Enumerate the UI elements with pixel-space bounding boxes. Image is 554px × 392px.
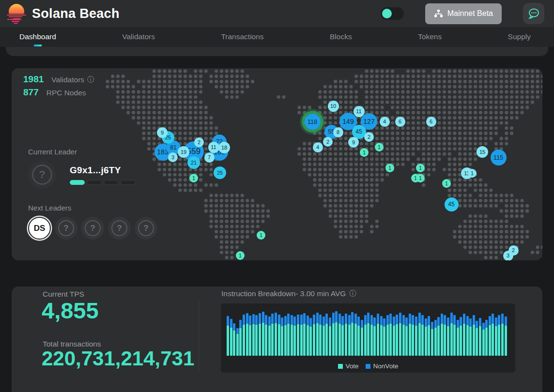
chart-bar — [482, 323, 485, 356]
legend-item-vote[interactable]: Vote — [338, 362, 359, 370]
chart-bar — [476, 321, 478, 356]
chart-bar — [405, 317, 408, 356]
map-node-bubble[interactable]: 1 — [189, 174, 198, 182]
chart-bar — [441, 314, 443, 356]
nav-item-transactions[interactable]: Transactions — [221, 32, 263, 42]
chart-title: Instruction Breakdown- 3.00 min AVG ⓘ — [221, 289, 356, 298]
map-node-bubble[interactable]: 7 — [204, 152, 215, 163]
network-icon — [434, 9, 443, 18]
map-node-bubble[interactable]: 6 — [395, 117, 405, 127]
tps-value: 4,855 — [42, 297, 99, 324]
map-node-bubble[interactable]: 9 — [348, 137, 359, 148]
nav-item-supply[interactable]: Supply — [508, 32, 531, 42]
chat-button[interactable] — [523, 3, 544, 24]
question-icon: ? — [58, 220, 74, 236]
network-select-button[interactable]: Mainnet Beta — [425, 3, 502, 24]
chart-bar — [265, 315, 267, 356]
next-leader-avatar-unknown[interactable]: ? — [55, 217, 77, 240]
map-node-bubble[interactable]: 25 — [214, 166, 226, 179]
map-node-bubble[interactable]: 11 — [354, 106, 365, 117]
map-node-bubble[interactable]: 115 — [491, 150, 507, 166]
chart-bar — [380, 316, 383, 356]
map-node-bubble[interactable]: 4 — [313, 142, 323, 152]
chart-bar — [259, 313, 261, 356]
map-node-bubble[interactable]: 118 — [305, 114, 321, 130]
map-node-bubble[interactable]: 6 — [426, 117, 436, 127]
info-icon[interactable]: ⓘ — [349, 289, 356, 298]
map-node-bubble[interactable]: 10 — [328, 101, 339, 112]
chart-legend: VoteNonVote — [221, 362, 515, 370]
rpc-count: 877 — [23, 87, 39, 98]
map-node-bubble[interactable]: 4 — [380, 117, 390, 127]
next-leaders-section: Next Leaders DS???? — [28, 204, 157, 240]
map-node-bubble[interactable]: 3 — [503, 251, 513, 261]
current-leader-section: Current Leader ? G9x1...j6TY — [28, 148, 136, 189]
map-node-bubble[interactable]: 1 — [385, 164, 394, 172]
instruction-chart[interactable]: VoteNonVote — [221, 303, 515, 373]
chart-bar — [370, 315, 373, 356]
chart-bar — [450, 313, 453, 356]
chart-bar — [377, 314, 379, 356]
info-icon[interactable]: ⓘ — [87, 75, 94, 84]
legend-label: NonVote — [373, 362, 399, 370]
nav-item-blocks[interactable]: Blocks — [330, 32, 352, 42]
map-node-bubble[interactable]: 9 — [157, 127, 168, 138]
map-node-bubble[interactable]: 1 — [257, 231, 265, 240]
nav-item-dashboard[interactable]: Dashboard — [19, 32, 56, 42]
chart-bar — [399, 313, 401, 356]
chart-bar — [501, 314, 504, 356]
map-node-bubble[interactable]: 1 — [236, 251, 245, 260]
map-node-bubble[interactable]: 1 — [375, 143, 384, 151]
next-leader-avatar[interactable]: DS — [28, 217, 51, 240]
map-node-bubble[interactable]: 8 — [333, 127, 343, 137]
chart-bar — [396, 315, 398, 356]
map-node-bubble[interactable]: 1 — [416, 174, 425, 182]
map-node-bubble[interactable]: 11 — [208, 142, 219, 153]
slot-progress-segment — [70, 180, 85, 185]
map-node-bubble[interactable]: 19 — [178, 146, 189, 158]
chart-bar — [495, 317, 497, 356]
map-node-bubble[interactable]: 45 — [445, 197, 459, 211]
chart-bar — [278, 315, 280, 356]
chart-bar — [367, 313, 369, 356]
map-node-bubble[interactable]: 1 — [442, 179, 451, 188]
next-leader-avatar-unknown[interactable]: ? — [81, 217, 104, 240]
map-node-bubble[interactable]: 2 — [323, 137, 333, 147]
current-leader-avatar[interactable]: ? — [28, 161, 56, 189]
map-node-bubble[interactable]: 1 — [468, 169, 477, 178]
chart-bar — [309, 318, 312, 356]
nav-item-tokens[interactable]: Tokens — [418, 32, 442, 42]
map-node-bubble[interactable]: 1 — [360, 148, 369, 157]
chart-bar — [227, 316, 229, 356]
chart-bar — [457, 320, 459, 356]
chart-bar — [307, 316, 309, 356]
nav-item-validators[interactable]: Validators — [122, 32, 155, 42]
chart-bar — [268, 317, 271, 356]
chart-bar — [329, 317, 331, 356]
chart-bar — [252, 314, 255, 356]
next-leader-avatar-unknown[interactable]: ? — [108, 217, 131, 240]
current-leader-name[interactable]: G9x1...j6TY — [70, 165, 136, 176]
chart-bar — [460, 317, 462, 356]
chart-bar — [485, 320, 488, 356]
map-node-bubble[interactable]: 3 — [168, 152, 178, 162]
chart-bar — [373, 317, 376, 356]
map-node-bubble[interactable]: 1 — [416, 164, 425, 172]
legend-item-nonvote[interactable]: NonVote — [366, 362, 399, 370]
map-node-bubble[interactable]: 21 — [187, 156, 200, 169]
map-node-bubble[interactable]: 18 — [218, 142, 230, 153]
chart-bar — [313, 315, 315, 356]
map-node-bubble[interactable]: 15 — [477, 146, 488, 158]
next-leaders-label: Next Leaders — [28, 204, 157, 212]
next-leader-avatar-unknown[interactable]: ? — [135, 217, 157, 240]
map-node-bubble[interactable]: 2 — [364, 132, 374, 142]
network-label: Mainnet Beta — [447, 9, 493, 18]
question-icon: ? — [138, 220, 154, 236]
map-node-bubble[interactable]: 2 — [194, 137, 204, 147]
validator-map-card: 5591491831831271181158172554545252125191… — [12, 68, 542, 260]
chart-bar — [345, 314, 347, 356]
theme-toggle[interactable] — [381, 7, 404, 20]
chart-bar — [444, 315, 446, 356]
chart-bar — [479, 318, 481, 356]
brand[interactable]: Solana Beach — [0, 2, 120, 25]
